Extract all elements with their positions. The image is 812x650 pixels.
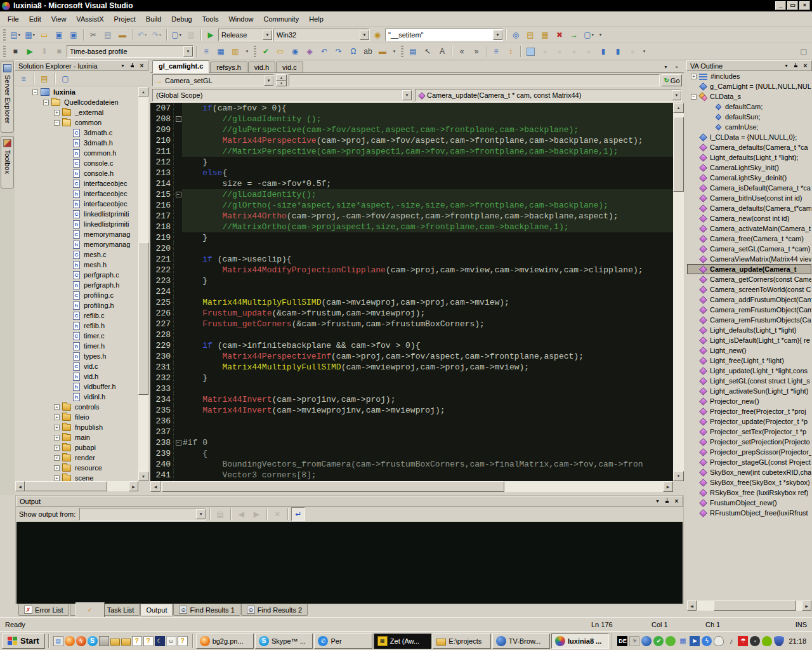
tree-item[interactable]: hinterfaceobjec [15, 199, 138, 209]
editor-vscrollbar[interactable]: ▲ ▼ [673, 103, 684, 481]
solution-platform-combo[interactable]: Win32▼ [273, 29, 370, 41]
task-bg2g[interactable]: bg2g.pn... [196, 633, 254, 649]
toggle-minus-icon[interactable]: − [32, 90, 38, 95]
tree-item[interactable]: Cmemorymanag [15, 229, 138, 239]
dropdown-arrow-icon[interactable]: ▼ [263, 30, 272, 40]
comment-bubble-icon[interactable]: ● [553, 44, 566, 58]
va-hscrollbar[interactable]: ◀ ▶ [687, 600, 811, 611]
tree-item[interactable]: +_external [15, 107, 138, 117]
navigate-window-icon[interactable]: ▢▾ [169, 28, 183, 42]
menu-debug[interactable]: Debug [166, 13, 197, 25]
comment-bubble-icon[interactable]: ● [582, 44, 596, 58]
find-symbol-icon[interactable]: ◉ [370, 28, 384, 42]
menu-edit[interactable]: Edit [24, 13, 46, 25]
select-cursor-icon[interactable]: ↖ [421, 44, 435, 58]
window-position-button[interactable]: ▼ [653, 497, 662, 505]
va-redo-icon[interactable]: ↷ [332, 44, 346, 58]
fold-collapse-icon[interactable]: − [174, 189, 183, 200]
va-spellcheck-icon[interactable]: ab [361, 44, 375, 58]
toggle-plus-icon[interactable]: + [54, 404, 60, 410]
command-window-icon[interactable]: ▢▾ [582, 28, 596, 42]
dropdown-caret-icon[interactable]: ▾ [159, 32, 161, 37]
tree-item[interactable]: Cmesh.c [15, 249, 138, 260]
network-tray-icon[interactable]: ▦ [678, 636, 688, 646]
undo-icon[interactable]: ↶▾ [135, 28, 149, 42]
outline-item[interactable]: RSkyBox_free (luxiRskybox ref) [687, 488, 811, 498]
toggle-minus-icon[interactable]: − [54, 120, 60, 126]
close-panel-button[interactable]: × [137, 62, 147, 70]
toolbar-grip[interactable] [3, 29, 6, 41]
outline-item[interactable]: Camera_activateMain(Camera_t [687, 223, 811, 234]
va-paste-icon[interactable]: ▬ [376, 44, 390, 58]
outline-item[interactable]: Projector_update(Projector_t *p [687, 416, 811, 427]
toggle-plus-icon[interactable]: + [691, 74, 697, 79]
output-console[interactable] [16, 522, 683, 604]
dropdown-caret-icon[interactable]: ▾ [145, 32, 147, 37]
code-line[interactable]: 231 Matrix44MultiplyFullSIMD(cam->mviewp… [150, 362, 673, 373]
toolbar-overflow-button[interactable]: ▾ [243, 44, 251, 58]
menu-community[interactable]: Community [259, 13, 304, 25]
outline-item[interactable]: Projector_setProjection(Projecto [687, 437, 811, 447]
outline-item[interactable]: Projector_stageGL(const Project [687, 457, 811, 467]
code-line[interactable]: 234 Matrix44Invert(cam->projinv,cam->pro… [150, 394, 673, 405]
task-tvbrowser[interactable]: TV-Brow... [492, 633, 550, 649]
tree-item[interactable]: hperfgraph.h [15, 280, 138, 290]
dropdown-caret-icon[interactable]: ▾ [592, 32, 594, 37]
code-line[interactable]: 237 [150, 427, 673, 437]
stop-profile-icon[interactable]: ■ [52, 44, 66, 58]
outline-item[interactable]: Light_new() [687, 345, 811, 355]
code-line[interactable]: 220 [150, 243, 673, 254]
profile-report-icon[interactable]: ≡ [199, 44, 213, 58]
show-output-from-combo[interactable]: ▼ [79, 508, 206, 521]
comment-bubble-icon[interactable]: ● [538, 44, 552, 58]
tree-item[interactable]: Cperfgraph.c [15, 270, 138, 280]
code-line[interactable]: 235 Matrix44Invert(cam->mviewprojinv,cam… [150, 405, 673, 416]
code-line[interactable]: 226 Frustum_update(&cam->frustum,cam->mv… [150, 308, 673, 319]
tree-item[interactable]: hlinkedlistprimiti [15, 219, 138, 229]
indent-icon[interactable]: » [469, 44, 483, 58]
firewall-tray-icon[interactable] [774, 636, 784, 646]
tree-item[interactable]: Clinkedlistprimiti [15, 209, 138, 219]
tree-item[interactable]: hreflib.h [15, 321, 138, 331]
task-projects[interactable]: E:\projects [433, 633, 490, 649]
avira-tray-icon[interactable]: ☂ [738, 636, 748, 646]
close-window-button[interactable]: × [799, 1, 810, 10]
task-per[interactable]: ✆Per [314, 633, 372, 649]
dropdown-caret-icon[interactable]: ▾ [33, 32, 35, 37]
dog-assistant-icon[interactable]: ω [166, 636, 176, 646]
code-line[interactable]: 208− //glLoadIdentity (); [150, 114, 673, 124]
outline-item[interactable]: Camera_screenToWorld(const C [687, 284, 811, 295]
code-line[interactable]: 236 [150, 416, 673, 427]
tree-item[interactable]: −luxinia [15, 87, 138, 97]
outline-item[interactable]: Light_update(Light_t *light,cons [687, 366, 811, 376]
paste-icon[interactable]: ▬ [115, 28, 129, 42]
toggle-plus-icon[interactable]: + [54, 455, 60, 461]
format-doc-icon[interactable]: ▤ [406, 44, 420, 58]
dropdown-arrow-icon[interactable]: ▼ [360, 30, 369, 40]
scroll-right-button[interactable]: ▶ [129, 481, 138, 491]
toggle-minus-icon[interactable]: − [691, 94, 697, 100]
clear-all-icon[interactable]: ✕ [270, 507, 284, 521]
tree-item[interactable]: h3dmath.h [15, 138, 138, 148]
scroll-left-button[interactable]: ◀ [150, 481, 160, 492]
spin-up-button[interactable]: ▲ [276, 74, 287, 81]
fold-collapse-icon[interactable]: − [174, 437, 183, 448]
code-line[interactable]: 227 Frustum_getCorners(&cam->frustum,cam… [150, 319, 673, 329]
next-message-icon[interactable]: ▶ [249, 507, 263, 521]
outline-item[interactable]: Light_defaults(Light_t *light); [687, 152, 811, 162]
window-position-button[interactable]: ▼ [118, 62, 128, 70]
code-line[interactable]: 239 { [150, 448, 673, 459]
code-line[interactable]: 216 //glOrtho(-size*aspect,size*aspect,-… [150, 200, 673, 211]
menu-vassistx[interactable]: VAssistX [71, 13, 108, 25]
close-document-button[interactable]: × [672, 63, 681, 71]
scroll-left-button[interactable]: ◀ [15, 481, 25, 491]
toggle-plus-icon[interactable]: + [54, 110, 60, 116]
outline-item[interactable]: Camera_defaults(Camera_t *ca [687, 142, 811, 152]
start-page-icon[interactable]: → [567, 28, 581, 42]
tree-item[interactable]: +resource [15, 463, 138, 473]
menu-file[interactable]: File [3, 13, 24, 25]
tree-item[interactable]: Cconsole.c [15, 158, 138, 168]
toolbar-grip[interactable] [254, 46, 256, 57]
tree-item[interactable]: hcommon.h [15, 148, 138, 158]
toggle-plus-icon[interactable]: + [54, 435, 60, 441]
